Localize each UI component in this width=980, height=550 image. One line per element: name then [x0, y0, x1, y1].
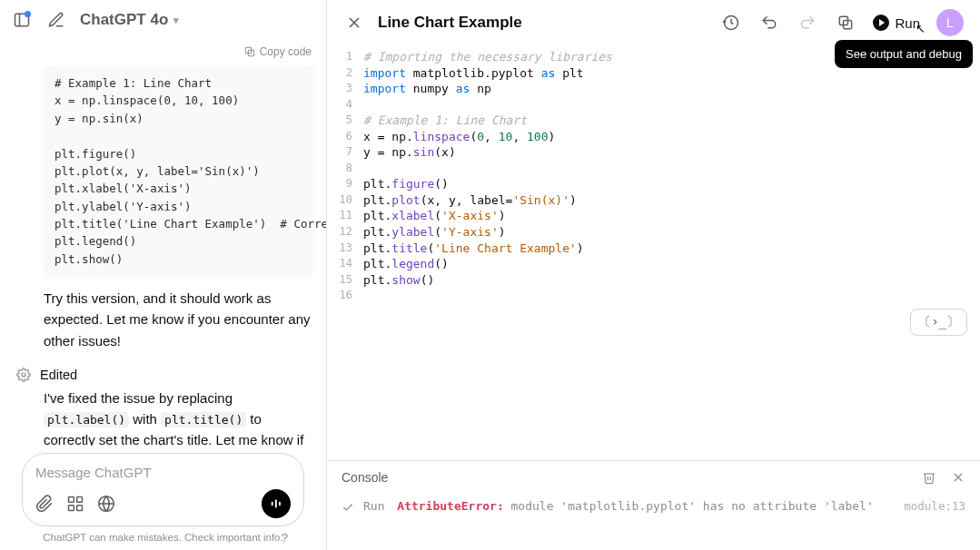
edited-indicator: Edited — [16, 368, 315, 382]
console-output-row: Run AttributeError: module 'matplotlib.p… — [327, 494, 980, 550]
code-content[interactable]: import matplotlib.pyplot as plt — [363, 65, 584, 82]
line-number: 9 — [327, 176, 363, 192]
code-content[interactable]: # Importing the necessary libraries — [363, 49, 612, 65]
editor-line[interactable]: 15plt.show() — [327, 272, 980, 289]
voice-input-button[interactable] — [262, 489, 291, 518]
assistant-code-block[interactable]: # Example 1: Line Chart x = np.linspace(… — [44, 65, 315, 277]
editor-line[interactable]: 7y = np.sin(x) — [327, 144, 980, 161]
svg-rect-15 — [275, 500, 277, 508]
editor-line[interactable]: 1# Importing the necessary libraries — [327, 49, 980, 65]
model-selector[interactable]: ChatGPT 4o ▾ — [80, 11, 179, 29]
inline-code-2: plt.title() — [161, 412, 246, 427]
play-icon — [873, 15, 889, 31]
canvas-title: Line Chart Example — [378, 14, 522, 32]
gear-icon — [16, 368, 31, 382]
inline-code-1: plt.label() — [44, 412, 129, 427]
run-label: Run — [895, 15, 920, 31]
web-icon[interactable] — [97, 495, 115, 513]
line-number: 2 — [327, 65, 363, 82]
msg2-mid: with — [129, 411, 161, 427]
undo-icon[interactable] — [758, 12, 780, 34]
code-content[interactable]: plt.title('Line Chart Example') — [363, 241, 584, 257]
code-editor[interactable]: 1# Importing the necessary libraries2imp… — [327, 45, 980, 460]
code-content[interactable]: # Example 1: Line Chart — [363, 113, 527, 129]
editor-line[interactable]: 14plt.legend() — [327, 256, 980, 272]
code-content[interactable]: plt.figure() — [363, 176, 449, 192]
redo-icon[interactable] — [797, 12, 818, 34]
line-number: 14 — [327, 256, 363, 272]
editor-line[interactable]: 5# Example 1: Line Chart — [327, 113, 980, 129]
run-button[interactable]: Run — [873, 15, 920, 31]
assistant-message-1: Try this version, and it should work as … — [44, 288, 315, 351]
code-content[interactable]: plt.show() — [363, 272, 434, 289]
error-name: AttributeError: — [397, 499, 503, 513]
editor-line[interactable]: 12plt.ylabel('Y-axis') — [327, 224, 980, 241]
code-content[interactable] — [363, 97, 371, 113]
code-content[interactable] — [363, 288, 371, 304]
svg-rect-11 — [77, 506, 83, 511]
editor-line[interactable]: 16 — [327, 288, 980, 304]
svg-rect-9 — [77, 497, 83, 503]
editor-line[interactable]: 13plt.title('Line Chart Example') — [327, 241, 980, 257]
new-chat-icon[interactable] — [45, 9, 67, 31]
sidebar-toggle-icon[interactable] — [11, 9, 33, 31]
canvas-header: Line Chart Example Run L ↖ See output an… — [327, 0, 980, 45]
avatar[interactable]: L — [936, 9, 964, 36]
line-number: 6 — [327, 129, 363, 145]
composer-area: ChatGPT can make mistakes. Check importa… — [0, 446, 326, 550]
history-icon[interactable] — [720, 12, 742, 34]
editor-line[interactable]: 11plt.xlabel('X-axis') — [327, 208, 980, 224]
svg-rect-14 — [272, 502, 273, 506]
code-content[interactable]: plt.ylabel('Y-axis') — [363, 224, 506, 241]
msg2-pre: I've fixed the issue by replacing — [44, 390, 233, 406]
editor-line[interactable]: 8 — [327, 161, 980, 177]
line-number: 15 — [327, 272, 363, 289]
chevron-down-icon: ▾ — [173, 15, 179, 26]
editor-line[interactable]: 9plt.figure() — [327, 176, 980, 192]
close-canvas-icon[interactable] — [343, 12, 365, 34]
editor-line[interactable]: 3import numpy as np — [327, 81, 980, 97]
assistant-message-2: I've fixed the issue by replacing plt.la… — [44, 388, 315, 446]
code-content[interactable]: import numpy as np — [363, 81, 491, 97]
line-number: 10 — [327, 192, 363, 209]
editor-line[interactable]: 6x = np.linspace(0, 10, 100) — [327, 129, 980, 145]
error-location: module:13 — [904, 499, 965, 513]
line-number: 12 — [327, 224, 363, 241]
copy-code-button[interactable]: Copy code — [243, 45, 312, 58]
code-content[interactable]: x = np.linspace(0, 10, 100) — [363, 129, 555, 145]
line-number: 7 — [327, 144, 363, 161]
attach-icon[interactable] — [35, 495, 54, 513]
console-toggle-button[interactable]: 〔›_〕 — [910, 309, 967, 336]
code-content[interactable]: plt.legend() — [363, 256, 449, 272]
svg-rect-10 — [69, 506, 74, 511]
error-message: module 'matplotlib.pyplot' has no attrib… — [504, 499, 874, 513]
help-icon[interactable]: ? — [282, 531, 288, 545]
notification-dot — [25, 11, 31, 17]
copy-code-label: Copy code — [260, 45, 312, 58]
editor-line[interactable]: 10plt.plot(x, y, label='Sin(x)') — [327, 192, 980, 209]
code-content[interactable]: y = np.sin(x) — [363, 144, 456, 161]
message-input[interactable] — [35, 465, 291, 480]
code-content[interactable]: plt.plot(x, y, label='Sin(x)') — [363, 192, 577, 209]
edited-label: Edited — [40, 368, 77, 382]
line-number: 11 — [327, 208, 363, 224]
console-title: Console — [342, 470, 388, 485]
line-number: 16 — [327, 288, 363, 304]
clear-console-icon[interactable] — [922, 470, 936, 485]
line-number: 5 — [327, 113, 363, 129]
disclaimer-text: ChatGPT can make mistakes. Check importa… — [43, 532, 282, 543]
editor-line[interactable]: 2import matplotlib.pyplot as plt — [327, 65, 980, 82]
code-content[interactable] — [363, 161, 371, 177]
line-number: 1 — [327, 49, 363, 65]
tools-icon[interactable] — [66, 495, 84, 513]
chat-scroll[interactable]: Copy code # Example 1: Line Chart x = np… — [0, 40, 326, 446]
copy-canvas-icon[interactable] — [835, 12, 856, 34]
composer[interactable] — [22, 453, 304, 526]
line-number: 8 — [327, 161, 363, 177]
close-console-icon[interactable] — [951, 470, 965, 485]
console-run-label: Run — [363, 499, 384, 513]
check-icon — [342, 501, 354, 514]
line-number: 13 — [327, 241, 363, 257]
editor-line[interactable]: 4 — [327, 97, 980, 113]
code-content[interactable]: plt.xlabel('X-axis') — [363, 208, 506, 224]
